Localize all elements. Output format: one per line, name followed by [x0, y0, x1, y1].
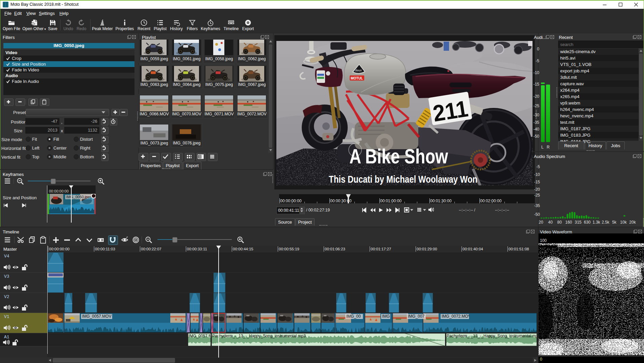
- svg-text:deus: deus: [355, 69, 362, 72]
- svg-text:211: 211: [431, 95, 470, 126]
- svg-text:This Ducati by Michael Woolawa: This Ducati by Michael Woolaway Won: [329, 174, 477, 185]
- svg-text:A Bike Show: A Bike Show: [349, 144, 448, 168]
- svg-text:MOTUL: MOTUL: [351, 76, 363, 80]
